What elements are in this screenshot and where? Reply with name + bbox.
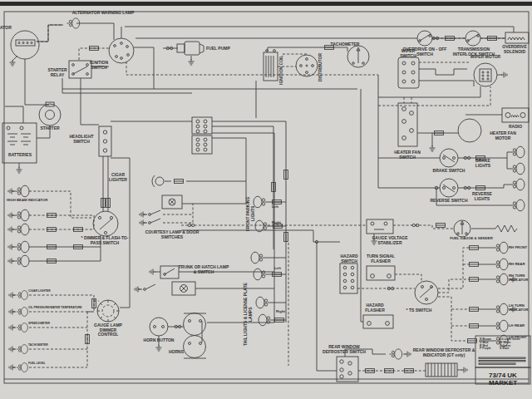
wiper-motor-symbol bbox=[474, 63, 497, 86]
batteries-label: BATTERIES bbox=[3, 153, 37, 158]
front-parking-left-label: Left bbox=[272, 205, 278, 209]
hazard-flasher-label: HAZARD FLASHER bbox=[356, 303, 394, 313]
horn-button-label: HORN BUTTON bbox=[143, 338, 175, 343]
cigar-lighter-symbol bbox=[152, 175, 164, 187]
lh-rear-label: LH REAR bbox=[509, 324, 525, 328]
reverse-switch-symbol bbox=[440, 179, 458, 197]
transmission-interlock-switch-symbol bbox=[466, 31, 480, 46]
dimmer-switch-symbol bbox=[93, 211, 118, 236]
front-parking-lights-label: FRONT PARKING LIGHTS bbox=[246, 190, 256, 238]
wiper-switch-label: WIPER SWITCH bbox=[394, 49, 422, 58]
alternator-label: ALTERNATOR bbox=[0, 26, 13, 31]
tail-lights-label: TAIL LIGHTS & LICENSE PLATE LAMPS bbox=[244, 279, 255, 349]
turn-signal-flasher-label: TURN SIGNAL FLASHER bbox=[362, 254, 399, 264]
green-wires bbox=[126, 62, 510, 371]
hazard-flasher-symbol bbox=[363, 315, 393, 328]
ignition-coil-symbol bbox=[264, 50, 278, 81]
overdrive-solenoid-label: OVERDRIVE SOLENOID bbox=[496, 45, 532, 54]
radio-label: RADIO bbox=[504, 125, 527, 130]
panel-lamp-cigar-label: CIGAR LIGHTER bbox=[28, 290, 51, 293]
defroster-switch-symbol bbox=[337, 357, 358, 382]
turn-signal-flasher-symbol bbox=[367, 266, 395, 280]
brake-switch-label: BRAKE SWITCH bbox=[426, 169, 472, 174]
lh-turn-indicator-label: LH TURN INDICATOR bbox=[509, 304, 532, 313]
brake-switch-symbol bbox=[440, 149, 458, 167]
starter-symbol bbox=[39, 102, 61, 126]
tachometer-label: TACHOMETER bbox=[326, 42, 364, 47]
distributor-label: DISTRIBUTOR bbox=[318, 47, 325, 88]
warning-lamp-label: ALTERNATOR WARNING LAMP bbox=[71, 11, 135, 16]
tachometer-symbol bbox=[347, 46, 369, 67]
defroster-label: REAR WINDOW DEFROSTER & INDICATOR (GT on… bbox=[409, 348, 479, 357]
radio-symbol bbox=[502, 108, 529, 122]
gauge-dimmer-label: GAUGE LAMP DIMMER CONTROL bbox=[90, 323, 126, 337]
wiring-diagram-page: ALTERNATOR ALTERNATOR WARNING LAMP START… bbox=[0, 0, 532, 399]
black-wires-grounds bbox=[5, 47, 516, 373]
heater-fan-switch-label: HEATER FAN SWITCH bbox=[389, 150, 426, 160]
defroster-switch-label: REAR WINDOW DEFROSTER SWITCH bbox=[316, 345, 372, 354]
ts-switch-symbol bbox=[415, 281, 438, 304]
headlight-switch-symbol bbox=[99, 126, 111, 156]
gauge-lamp-dimmer-symbol bbox=[97, 300, 119, 322]
connector-blocks bbox=[192, 117, 212, 154]
rh-turn-indicator-label: RH TURN INDICATOR bbox=[509, 274, 532, 283]
brown-wires bbox=[25, 59, 363, 322]
hazard-switch-label: HAZARD SWITCH bbox=[332, 254, 366, 264]
courtesy-lamp-symbol bbox=[140, 195, 182, 226]
brake-lights-label: BRAKE LIGHTS bbox=[469, 159, 497, 168]
reverse-lights-label: REVERSE LIGHTS bbox=[466, 192, 499, 201]
red-wires bbox=[29, 48, 494, 367]
front-parking-right-label: Right bbox=[272, 221, 281, 225]
trunk-lamp-label: TRUNK OR HATCH LAMP & SWITCH bbox=[177, 265, 230, 274]
rh-rear-label: RH REAR bbox=[509, 263, 525, 267]
panel-lamp-oil-label: OIL PRESSURE/WATER TEMPERATURE bbox=[28, 307, 82, 310]
heater-fan-switch-symbol bbox=[398, 103, 417, 146]
overdrive-on-off-switch-symbol bbox=[417, 31, 432, 46]
hazard-switch-symbol bbox=[340, 264, 357, 293]
wiper-switch-symbol bbox=[398, 57, 419, 88]
ts-switch-label: * TS SWITCH bbox=[399, 308, 439, 313]
alternator-symbol bbox=[11, 31, 39, 59]
fuel-gauge-label: FUEL GAUGE & SENDER bbox=[439, 237, 504, 241]
legend-column-1: N Brown U Blue R Red P Purple bbox=[480, 338, 500, 351]
title-block-text: 73/74 UK MARKET bbox=[475, 372, 530, 387]
ignition-switch-symbol bbox=[109, 38, 134, 63]
wiper-motor-label: WIPER MOTOR bbox=[462, 55, 509, 60]
gauge-voltage-stabilizer-symbol bbox=[367, 219, 393, 234]
starter-label: STARTER bbox=[35, 126, 65, 131]
cigar-lighter-label: CIGAR LIGHTER bbox=[102, 173, 134, 182]
panel-lamp-speedo-label: SPEEDOMETER bbox=[28, 323, 50, 326]
panel-lamp-tach-label: TACHOMETER bbox=[28, 344, 48, 347]
rh-front-label: RH FRONT bbox=[509, 246, 527, 250]
lamp-bulbs bbox=[15, 146, 525, 372]
legend-column-2: LG Light Green W White G Green S Slate bbox=[500, 338, 530, 351]
ignition-coil-label: IGNITION COIL bbox=[279, 53, 290, 86]
high-beam-indicator-label: HIGH BEAM INDICATOR bbox=[7, 199, 47, 203]
dimmer-switch-label: * DIMMER & FLASH-TO-PASS SWITCH bbox=[76, 236, 133, 245]
heater-fan-motor-label: HEATER FAN MOTOR bbox=[484, 131, 522, 140]
overdrive-solenoid-symbol bbox=[505, 32, 529, 43]
panel-lamp-fuel-label: FUEL LEVEL bbox=[28, 362, 46, 366]
fuel-pump-symbol bbox=[177, 42, 204, 55]
distributor-symbol bbox=[296, 55, 318, 76]
heater-fan-motor-symbol bbox=[458, 119, 481, 142]
courtesy-lamp-label: COURTESY LAMP & DOOR SWITCHES bbox=[143, 230, 201, 239]
tail-right-label: Right bbox=[276, 310, 285, 314]
fuel-gauge-symbol bbox=[454, 220, 470, 237]
starter-relay-label: STARTER RELAY bbox=[45, 68, 70, 77]
horns-label: HORNS bbox=[163, 350, 190, 355]
headlight-switch-label: HEADLIGHT SWITCH bbox=[66, 135, 97, 144]
tail-left-label: Left bbox=[274, 267, 281, 271]
fuel-pump-label: FUEL PUMP bbox=[206, 47, 230, 52]
ignition-switch-label: IGNITION SWITCH bbox=[84, 61, 114, 70]
stabilizer-label: GAUGE VOLTAGE STABILIZER bbox=[364, 236, 416, 245]
horn-button-symbol bbox=[150, 318, 168, 336]
